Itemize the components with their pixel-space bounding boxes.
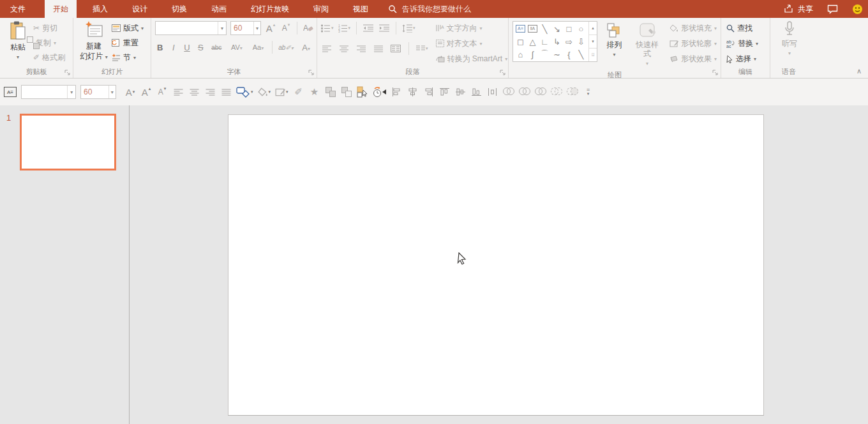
- find-icon: [726, 24, 735, 33]
- drawing-dialog-launcher[interactable]: [712, 70, 719, 76]
- font-size-input[interactable]: [231, 22, 253, 34]
- find-button[interactable]: 查找: [725, 22, 760, 34]
- shape-gallery[interactable]: A≡ ‖A ╲ ↘ □ ○ ◻ △ ∟ ↳ ⇨ ⇩ ⌂ ∫ ⌒ ∼ {: [513, 21, 597, 62]
- select-button[interactable]: 选择▾: [725, 52, 760, 65]
- shape-arrow[interactable]: ↘: [551, 22, 563, 35]
- slide-thumbnail-panel[interactable]: 1: [0, 105, 130, 424]
- comments-icon[interactable]: [827, 4, 838, 14]
- group-label-font: 字体: [151, 66, 317, 78]
- qt-font-name-combo[interactable]: ▾: [21, 85, 76, 99]
- qt-overflow-button[interactable]: =▾: [583, 84, 594, 100]
- tab-animations[interactable]: 动画: [203, 0, 235, 18]
- shape-line[interactable]: ╲: [539, 22, 551, 35]
- tab-view[interactable]: 视图: [345, 0, 377, 18]
- grow-font-button: A▴: [265, 20, 276, 36]
- qt-selection-pane-button[interactable]: [357, 84, 368, 100]
- gallery-more-icon[interactable]: ⍗: [589, 48, 597, 61]
- qt-shrink-font-button: A▾: [156, 84, 168, 100]
- tab-file[interactable]: 文件: [1, 0, 34, 18]
- increase-indent-button: [378, 20, 390, 36]
- tab-design[interactable]: 设计: [124, 0, 156, 18]
- group-label-slides: 幻灯片: [73, 66, 151, 78]
- section-button[interactable]: 节▾: [110, 51, 145, 64]
- tab-review[interactable]: 审阅: [305, 0, 337, 18]
- font-size-dropdown[interactable]: ▾: [253, 22, 260, 34]
- cut-icon: ✂: [33, 24, 40, 33]
- qt-font-size-combo[interactable]: ▾: [80, 85, 116, 99]
- font-name-dropdown[interactable]: ▾: [218, 22, 226, 34]
- justify-button: [373, 41, 384, 56]
- shape-textbox[interactable]: A≡: [514, 22, 527, 35]
- arrange-button[interactable]: 排列 ▾: [602, 20, 626, 70]
- shape-elbow-connector[interactable]: ∟: [539, 35, 551, 48]
- mouse-cursor: [457, 252, 468, 268]
- tab-transitions[interactable]: 切换: [163, 0, 195, 18]
- qt-animation-timing-button[interactable]: [373, 84, 387, 100]
- replace-button[interactable]: abac 替换▾: [725, 37, 760, 50]
- shape-rounded-rectangle[interactable]: ◻: [514, 35, 527, 48]
- qt-align-center-button: [188, 84, 200, 100]
- shape-vertical-textbox[interactable]: ‖A: [527, 22, 539, 35]
- ribbon: 粘贴 ▾ ✂ 剪切 复制▾ ✐ 格式刷 剪贴板: [0, 18, 868, 79]
- shape-triangle[interactable]: △: [527, 35, 539, 48]
- qt-distribute-button: [487, 84, 498, 100]
- qt-selection-pane-icon: [357, 86, 368, 98]
- layout-button[interactable]: 版式▾: [110, 22, 145, 34]
- qt-shapes-button[interactable]: ▾: [236, 84, 253, 100]
- paste-button[interactable]: 粘贴 ▾: [4, 20, 32, 66]
- replace-icon: abac: [726, 40, 735, 48]
- gallery-scroll-up-icon[interactable]: ▴: [589, 22, 597, 34]
- new-slide-button[interactable]: 新建 幻灯片 ▾: [77, 20, 110, 66]
- group-slides: 新建 幻灯片 ▾ 版式▾ 重置 节▾ 幻灯片: [73, 18, 151, 78]
- copy-button: 复制▾: [32, 36, 66, 49]
- slide-thumbnail-1[interactable]: [20, 114, 116, 170]
- paragraph-dialog-launcher[interactable]: [500, 70, 506, 76]
- title-bar: 文件 开始 插入 设计 切换 动画 幻灯片放映 审阅 视图 告诉我你想要做什么 …: [0, 0, 868, 18]
- align-center-button: [338, 41, 350, 56]
- font-name-input[interactable]: [156, 22, 218, 34]
- qt-grow-font-button: A▴: [140, 84, 152, 100]
- tab-insert[interactable]: 插入: [84, 0, 116, 18]
- shape-rectangle[interactable]: □: [563, 22, 575, 35]
- shape-freeform[interactable]: ⌂: [514, 48, 527, 61]
- shape-line-2[interactable]: ╲: [575, 48, 587, 61]
- share-icon: [784, 4, 794, 13]
- shape-curve[interactable]: ∼: [551, 48, 563, 61]
- shape-right-arrow[interactable]: ⇨: [563, 35, 575, 48]
- tell-me-box[interactable]: 告诉我你想要做什么: [388, 0, 471, 18]
- shape-oval[interactable]: ○: [575, 22, 587, 35]
- font-name-combo[interactable]: ▾: [155, 21, 227, 35]
- group-label-clipboard: 剪贴板: [0, 66, 73, 78]
- slide-number: 1: [6, 113, 11, 123]
- shape-down-arrow[interactable]: ⇩: [575, 35, 587, 48]
- qt-textbox-button[interactable]: A≡: [4, 84, 17, 100]
- slide-canvas[interactable]: [228, 114, 764, 416]
- collapse-ribbon-icon[interactable]: ∧: [857, 67, 862, 75]
- select-icon: [726, 55, 733, 63]
- feedback-smiley-icon[interactable]: [852, 4, 863, 15]
- columns-split-button: [390, 41, 401, 56]
- shape-scribble[interactable]: ∫: [527, 48, 539, 61]
- shape-arc[interactable]: ⌒: [539, 48, 551, 61]
- clipboard-dialog-launcher[interactable]: [64, 70, 71, 76]
- text-direction-button: A 文字方向▾: [435, 22, 509, 34]
- gallery-scroll-down-icon[interactable]: ▾: [589, 34, 597, 48]
- format-painter-icon: ✐: [33, 53, 40, 62]
- shape-left-brace[interactable]: {: [563, 48, 575, 61]
- font-size-combo[interactable]: ▾: [230, 21, 261, 35]
- shape-elbow-arrow-connector[interactable]: ↳: [551, 35, 563, 48]
- group-clipboard: 粘贴 ▾ ✂ 剪切 复制▾ ✐ 格式刷 剪贴板: [0, 18, 73, 78]
- shape-gallery-scrollbar[interactable]: ▴ ▾ ⍗: [588, 22, 597, 61]
- tab-slideshow[interactable]: 幻灯片放映: [243, 0, 297, 18]
- share-button[interactable]: 共享: [784, 4, 813, 15]
- qt-font-size-input[interactable]: [81, 86, 108, 98]
- quick-styles-icon: [638, 22, 657, 39]
- tab-home[interactable]: 开始: [45, 0, 77, 18]
- qt-font-name-input[interactable]: [22, 86, 67, 98]
- reset-button[interactable]: 重置: [110, 36, 145, 49]
- svg-text:ab: ab: [726, 40, 731, 44]
- font-dialog-launcher[interactable]: [308, 70, 315, 76]
- workspace: 1: [0, 105, 868, 424]
- format-painter-button: ✐ 格式刷: [32, 51, 66, 64]
- paste-dropdown[interactable]: ▾: [17, 53, 19, 62]
